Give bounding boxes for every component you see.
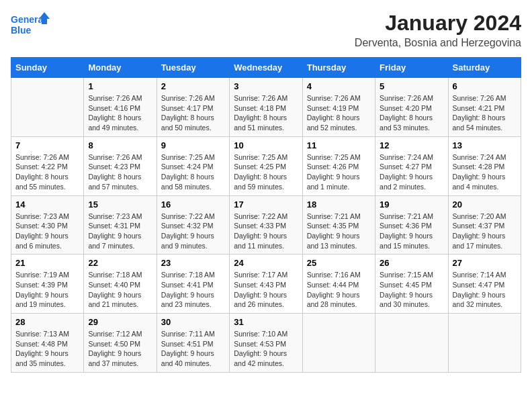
calendar-cell: 6 Sunrise: 7:26 AMSunset: 4:21 PMDayligh… <box>448 78 521 137</box>
day-info: Sunrise: 7:22 AMSunset: 4:32 PMDaylight:… <box>161 212 225 251</box>
day-number: 15 <box>88 199 152 210</box>
day-number: 22 <box>88 258 152 268</box>
calendar-cell: 25 Sunrise: 7:16 AMSunset: 4:44 PMDaylig… <box>302 255 375 314</box>
day-info: Sunrise: 7:26 AMSunset: 4:18 PMDaylight:… <box>234 93 298 133</box>
day-number: 28 <box>15 317 79 327</box>
calendar-cell: 11 Sunrise: 7:25 AMSunset: 4:26 PMDaylig… <box>302 136 375 195</box>
day-info: Sunrise: 7:22 AMSunset: 4:33 PMDaylight:… <box>234 212 298 251</box>
day-number: 7 <box>15 140 79 150</box>
day-info: Sunrise: 7:25 AMSunset: 4:26 PMDaylight:… <box>307 152 371 192</box>
calendar-cell: 1 Sunrise: 7:26 AMSunset: 4:16 PMDayligh… <box>84 78 157 137</box>
day-number: 19 <box>380 199 443 210</box>
day-info: Sunrise: 7:10 AMSunset: 4:53 PMDaylight:… <box>234 329 298 369</box>
header-day-sunday: Sunday <box>11 58 84 78</box>
day-info: Sunrise: 7:23 AMSunset: 4:31 PMDaylight:… <box>88 212 152 251</box>
calendar-cell: 18 Sunrise: 7:21 AMSunset: 4:35 PMDaylig… <box>302 195 375 255</box>
week-row-1: 1 Sunrise: 7:26 AMSunset: 4:16 PMDayligh… <box>11 78 521 137</box>
day-info: Sunrise: 7:14 AMSunset: 4:47 PMDaylight:… <box>453 270 517 310</box>
day-number: 24 <box>234 258 298 268</box>
calendar-cell: 13 Sunrise: 7:24 AMSunset: 4:28 PMDaylig… <box>448 136 521 195</box>
calendar-cell: 28 Sunrise: 7:13 AMSunset: 4:48 PMDaylig… <box>11 314 84 373</box>
day-info: Sunrise: 7:26 AMSunset: 4:19 PMDaylight:… <box>307 93 371 133</box>
week-row-4: 21 Sunrise: 7:19 AMSunset: 4:39 PMDaylig… <box>11 255 521 314</box>
logo-svg: General Blue <box>11 11 51 40</box>
calendar-cell: 8 Sunrise: 7:26 AMSunset: 4:23 PMDayligh… <box>84 136 157 195</box>
day-info: Sunrise: 7:25 AMSunset: 4:24 PMDaylight:… <box>161 152 225 192</box>
header-day-friday: Friday <box>375 58 448 78</box>
header-day-saturday: Saturday <box>448 58 521 78</box>
day-info: Sunrise: 7:12 AMSunset: 4:50 PMDaylight:… <box>88 329 152 369</box>
calendar-cell: 17 Sunrise: 7:22 AMSunset: 4:33 PMDaylig… <box>230 195 302 255</box>
title-area: January 2024 Derventa, Bosnia and Herzeg… <box>355 11 521 49</box>
calendar-cell <box>448 314 521 373</box>
month-title: January 2024 <box>355 11 521 36</box>
week-row-2: 7 Sunrise: 7:26 AMSunset: 4:22 PMDayligh… <box>11 136 521 195</box>
calendar-cell: 22 Sunrise: 7:18 AMSunset: 4:40 PMDaylig… <box>84 255 157 314</box>
calendar-cell: 23 Sunrise: 7:18 AMSunset: 4:41 PMDaylig… <box>157 255 229 314</box>
day-info: Sunrise: 7:17 AMSunset: 4:43 PMDaylight:… <box>234 270 298 310</box>
day-number: 17 <box>234 199 298 210</box>
calendar-cell: 20 Sunrise: 7:20 AMSunset: 4:37 PMDaylig… <box>448 195 521 255</box>
day-number: 23 <box>161 258 225 268</box>
header-day-wednesday: Wednesday <box>230 58 302 78</box>
calendar-table: SundayMondayTuesdayWednesdayThursdayFrid… <box>11 57 521 373</box>
calendar-cell <box>302 314 375 373</box>
day-info: Sunrise: 7:21 AMSunset: 4:35 PMDaylight:… <box>307 212 371 251</box>
calendar-cell: 2 Sunrise: 7:26 AMSunset: 4:17 PMDayligh… <box>157 78 229 137</box>
day-number: 27 <box>453 258 517 268</box>
day-number: 29 <box>88 317 152 327</box>
day-number: 14 <box>15 199 79 210</box>
day-info: Sunrise: 7:18 AMSunset: 4:41 PMDaylight:… <box>161 270 225 310</box>
day-info: Sunrise: 7:26 AMSunset: 4:20 PMDaylight:… <box>380 93 443 133</box>
day-number: 2 <box>161 81 225 91</box>
location-title: Derventa, Bosnia and Herzegovina <box>355 37 521 49</box>
calendar-cell: 27 Sunrise: 7:14 AMSunset: 4:47 PMDaylig… <box>448 255 521 314</box>
week-row-3: 14 Sunrise: 7:23 AMSunset: 4:30 PMDaylig… <box>11 195 521 255</box>
calendar-cell: 29 Sunrise: 7:12 AMSunset: 4:50 PMDaylig… <box>84 314 157 373</box>
day-number: 20 <box>453 199 517 210</box>
header-day-thursday: Thursday <box>302 58 375 78</box>
day-info: Sunrise: 7:26 AMSunset: 4:16 PMDaylight:… <box>88 93 152 133</box>
day-number: 9 <box>161 140 225 150</box>
logo: General Blue <box>11 11 51 40</box>
day-info: Sunrise: 7:19 AMSunset: 4:39 PMDaylight:… <box>15 270 79 310</box>
header-day-tuesday: Tuesday <box>157 58 229 78</box>
calendar-cell <box>375 314 448 373</box>
calendar-cell: 31 Sunrise: 7:10 AMSunset: 4:53 PMDaylig… <box>230 314 302 373</box>
day-number: 13 <box>453 140 517 150</box>
calendar-cell: 9 Sunrise: 7:25 AMSunset: 4:24 PMDayligh… <box>157 136 229 195</box>
calendar-cell: 4 Sunrise: 7:26 AMSunset: 4:19 PMDayligh… <box>302 78 375 137</box>
day-number: 10 <box>234 140 298 150</box>
day-info: Sunrise: 7:21 AMSunset: 4:36 PMDaylight:… <box>380 212 443 251</box>
day-number: 18 <box>307 199 371 210</box>
calendar-cell: 19 Sunrise: 7:21 AMSunset: 4:36 PMDaylig… <box>375 195 448 255</box>
calendar-cell: 12 Sunrise: 7:24 AMSunset: 4:27 PMDaylig… <box>375 136 448 195</box>
calendar-cell: 5 Sunrise: 7:26 AMSunset: 4:20 PMDayligh… <box>375 78 448 137</box>
calendar-cell: 24 Sunrise: 7:17 AMSunset: 4:43 PMDaylig… <box>230 255 302 314</box>
day-info: Sunrise: 7:18 AMSunset: 4:40 PMDaylight:… <box>88 270 152 310</box>
svg-text:Blue: Blue <box>11 25 32 36</box>
day-info: Sunrise: 7:15 AMSunset: 4:45 PMDaylight:… <box>380 270 443 310</box>
day-info: Sunrise: 7:25 AMSunset: 4:25 PMDaylight:… <box>234 152 298 192</box>
day-number: 4 <box>307 81 371 91</box>
day-number: 21 <box>15 258 79 268</box>
day-number: 26 <box>380 258 443 268</box>
day-info: Sunrise: 7:26 AMSunset: 4:21 PMDaylight:… <box>453 93 517 133</box>
day-number: 6 <box>453 81 517 91</box>
day-info: Sunrise: 7:16 AMSunset: 4:44 PMDaylight:… <box>307 270 371 310</box>
day-info: Sunrise: 7:20 AMSunset: 4:37 PMDaylight:… <box>453 212 517 251</box>
day-number: 5 <box>380 81 443 91</box>
calendar-cell: 30 Sunrise: 7:11 AMSunset: 4:51 PMDaylig… <box>157 314 229 373</box>
calendar-cell <box>11 78 84 137</box>
day-number: 1 <box>88 81 152 91</box>
day-number: 25 <box>307 258 371 268</box>
day-info: Sunrise: 7:24 AMSunset: 4:28 PMDaylight:… <box>453 152 517 192</box>
day-number: 31 <box>234 317 298 327</box>
day-number: 16 <box>161 199 225 210</box>
day-number: 3 <box>234 81 298 91</box>
header-day-monday: Monday <box>84 58 157 78</box>
calendar-cell: 7 Sunrise: 7:26 AMSunset: 4:22 PMDayligh… <box>11 136 84 195</box>
day-info: Sunrise: 7:26 AMSunset: 4:22 PMDaylight:… <box>15 152 79 192</box>
day-info: Sunrise: 7:24 AMSunset: 4:27 PMDaylight:… <box>380 152 443 192</box>
calendar-cell: 16 Sunrise: 7:22 AMSunset: 4:32 PMDaylig… <box>157 195 229 255</box>
